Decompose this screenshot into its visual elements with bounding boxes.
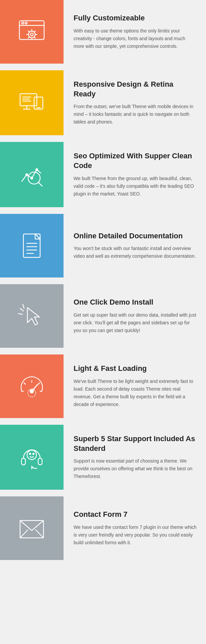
svg-line-10 xyxy=(28,31,29,32)
desc-contact-form: We have used the contact form 7 plugin i… xyxy=(74,524,197,547)
feature-fully-customizeable: Fully Customizeable With easy to use the… xyxy=(0,0,206,64)
mail-icon xyxy=(17,513,47,543)
content-light-fast: Light & Fast Loading We've built Theme t… xyxy=(64,354,206,418)
svg-point-2 xyxy=(22,22,24,24)
svg-line-53 xyxy=(36,530,43,538)
svg-rect-17 xyxy=(34,97,43,109)
svg-point-3 xyxy=(25,22,27,24)
speed-icon xyxy=(17,371,47,401)
content-one-click-demo: One Click Demo Install Get set up super … xyxy=(64,284,206,348)
svg-line-35 xyxy=(18,314,22,314)
title-seo-optimized: Seo Optimized With Supper Clean Code xyxy=(74,151,197,170)
feature-contact-form: Contact Form 7 We have used the contact … xyxy=(0,496,206,560)
desc-documentation: You won't be stuck with our fantastic in… xyxy=(74,245,197,260)
svg-rect-45 xyxy=(21,458,25,465)
svg-point-25 xyxy=(31,177,33,179)
feature-responsive-design: Responsive Design & Retina Ready From th… xyxy=(0,70,206,135)
content-seo-optimized: Seo Optimized With Supper Clean Code We … xyxy=(64,142,206,207)
feature-light-fast: Light & Fast Loading We've built Theme t… xyxy=(0,354,206,418)
svg-rect-46 xyxy=(38,458,42,465)
svg-rect-27 xyxy=(23,234,40,257)
title-documentation: Online Detailed Documentation xyxy=(74,231,197,241)
svg-line-13 xyxy=(28,37,29,38)
content-support: Superb 5 Star Support Included As Stande… xyxy=(64,425,206,490)
icon-box-mail xyxy=(0,496,64,560)
svg-point-50 xyxy=(33,453,34,455)
svg-point-5 xyxy=(30,33,33,36)
svg-marker-33 xyxy=(27,308,39,325)
desc-one-click-demo: Get set up super fast with our demo data… xyxy=(74,311,197,334)
icon-box-documentation xyxy=(0,214,64,277)
svg-point-24 xyxy=(26,174,28,176)
seo-icon xyxy=(17,160,47,190)
customizeable-icon xyxy=(17,17,47,47)
feature-one-click-demo: One Click Demo Install Get set up super … xyxy=(0,284,206,348)
svg-point-43 xyxy=(30,390,33,393)
title-responsive-design: Responsive Design & Retina Ready xyxy=(74,80,197,99)
icon-box-speed xyxy=(0,354,64,418)
svg-line-36 xyxy=(23,304,24,308)
svg-line-40 xyxy=(24,383,25,384)
svg-line-28 xyxy=(35,234,40,239)
title-support: Superb 5 Star Support Included As Stande… xyxy=(74,434,197,453)
title-contact-form: Contact Form 7 xyxy=(74,510,197,519)
title-fully-customizeable: Fully Customizeable xyxy=(74,13,197,23)
support-icon xyxy=(17,442,47,472)
icon-box-customizeable xyxy=(0,0,64,64)
svg-line-23 xyxy=(38,182,42,186)
svg-point-48 xyxy=(27,450,36,460)
feature-documentation: Online Detailed Documentation You won't … xyxy=(0,214,206,277)
svg-line-34 xyxy=(20,308,23,311)
responsive-icon xyxy=(17,88,47,118)
content-responsive-design: Responsive Design & Retina Ready From th… xyxy=(64,70,206,135)
desc-support: Support is now essential part of choosin… xyxy=(74,457,197,480)
content-contact-form: Contact Form 7 We have used the contact … xyxy=(64,496,206,560)
demo-icon xyxy=(17,301,47,331)
desc-responsive-design: From the outset, we've built Theme with … xyxy=(74,103,197,126)
desc-fully-customizeable: With easy to use theme options the only … xyxy=(74,27,197,50)
svg-point-49 xyxy=(29,453,31,455)
icon-box-responsive xyxy=(0,70,64,135)
icon-box-demo xyxy=(0,284,64,348)
feature-seo-optimized: Seo Optimized With Supper Clean Code We … xyxy=(0,142,206,207)
icon-box-support xyxy=(0,425,64,490)
content-fully-customizeable: Fully Customizeable With easy to use the… xyxy=(64,0,206,64)
content-documentation: Online Detailed Documentation You won't … xyxy=(64,214,206,277)
desc-seo-optimized: We built Theme from the ground up, with … xyxy=(74,175,197,198)
svg-line-52 xyxy=(20,530,28,538)
title-one-click-demo: One Click Demo Install xyxy=(74,298,197,307)
feature-support: Superb 5 Star Support Included As Stande… xyxy=(0,425,206,490)
svg-point-26 xyxy=(36,169,38,171)
icon-box-seo xyxy=(0,142,64,207)
svg-line-11 xyxy=(34,37,35,38)
svg-line-12 xyxy=(34,31,35,32)
svg-line-41 xyxy=(38,383,39,384)
documentation-icon xyxy=(17,231,47,261)
desc-light-fast: We've built Theme to be light weight and… xyxy=(74,378,197,408)
title-light-fast: Light & Fast Loading xyxy=(74,364,197,374)
